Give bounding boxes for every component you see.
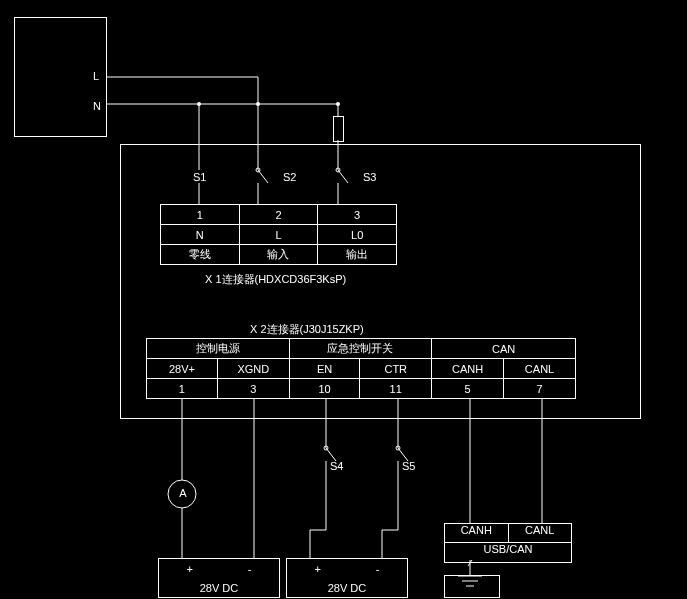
x2-table: 控制电源 应急控制开关 CAN 28V+ XGND EN CTR CANH CA…: [146, 338, 576, 399]
psu2-minus: -: [376, 563, 380, 575]
x2-cell: 1: [147, 379, 218, 399]
x2-cell: 5: [432, 379, 504, 399]
switch-S3-label: S3: [363, 171, 376, 183]
psu2-plus: +: [314, 563, 320, 575]
switch-S4-label: S4: [330, 460, 343, 472]
psu1-label: 28V DC: [200, 582, 239, 594]
x2-cell: 28V+: [147, 359, 218, 379]
x2-cell: EN: [289, 359, 360, 379]
x2-cell: 3: [217, 379, 289, 399]
x2-header: 控制电源: [147, 339, 290, 359]
x1-cell: 1: [161, 205, 240, 225]
x2-header: 应急控制开关: [289, 339, 431, 359]
psu1-box: + - 28V DC: [158, 558, 280, 598]
switch-S5-label: S5: [402, 460, 415, 472]
x1-cell: L: [239, 225, 318, 245]
x2-cell: CANH: [432, 359, 504, 379]
can-adapter-canh: CANH: [445, 524, 509, 543]
svg-point-3: [256, 102, 260, 106]
psu2-terminals: + -: [287, 563, 407, 575]
psu1-terminals: + -: [159, 563, 279, 575]
x2-header: CAN: [432, 339, 576, 359]
bottom-right-box: [444, 575, 500, 598]
x1-cell: 零线: [161, 245, 240, 265]
x2-cell: 11: [360, 379, 432, 399]
x2-cell: CANL: [504, 359, 576, 379]
fuse: [333, 116, 344, 142]
svg-point-33: [396, 446, 400, 450]
x1-cell: N: [161, 225, 240, 245]
x1-table: 1 2 3 N L L0 零线 输入 输出: [160, 204, 397, 265]
can-adapter-box: CANH CANL USB/CAN: [444, 523, 572, 563]
terminal-N-label: N: [93, 100, 101, 112]
psu2-box: + - 28V DC: [286, 558, 408, 598]
x1-cell: 2: [239, 205, 318, 225]
x2-caption: X 2连接器(J30J15ZKP): [250, 322, 364, 337]
ammeter-label: A: [178, 487, 188, 499]
x2-cell: 10: [289, 379, 360, 399]
switch-S1-label: S1: [193, 171, 206, 183]
x1-cell: 输出: [318, 245, 397, 265]
terminal-L-label: L: [93, 70, 99, 82]
x2-cell: 7: [504, 379, 576, 399]
psu1-minus: -: [248, 563, 252, 575]
svg-point-30: [324, 446, 328, 450]
x1-cell: 输入: [239, 245, 318, 265]
can-adapter-canl: CANL: [509, 524, 572, 543]
switch-S2-label: S2: [283, 171, 296, 183]
svg-point-7: [197, 102, 201, 106]
svg-point-4: [336, 102, 340, 106]
can-adapter-top: CANH CANL: [445, 524, 571, 543]
x1-cell: 3: [318, 205, 397, 225]
x2-cell: XGND: [217, 359, 289, 379]
psu1-plus: +: [186, 563, 192, 575]
x1-caption: X 1连接器(HDXCD36F3KsP): [205, 272, 346, 287]
x2-cell: CTR: [360, 359, 432, 379]
x1-cell: L0: [318, 225, 397, 245]
psu2-label: 28V DC: [328, 582, 367, 594]
can-adapter-usb: USB/CAN: [445, 543, 571, 562]
